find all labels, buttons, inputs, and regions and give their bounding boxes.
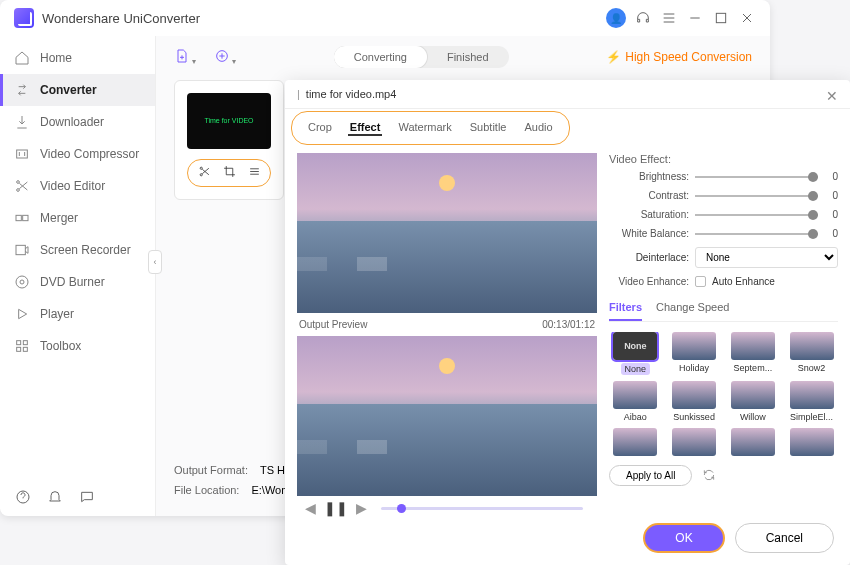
effects-panel: Video Effect: Brightness:0 Contrast:0 Sa… (607, 153, 838, 520)
crop-icon[interactable] (223, 165, 236, 181)
filter-simpleel[interactable]: SimpleEl... (785, 381, 838, 422)
maximize-icon[interactable] (712, 9, 730, 27)
filter-snow2[interactable]: Snow2 (785, 332, 838, 375)
svg-point-2 (17, 181, 20, 184)
filter-sunkissed[interactable]: Sunkissed (668, 381, 721, 422)
filter-item[interactable] (727, 428, 780, 459)
tab-change-speed[interactable]: Change Speed (656, 295, 729, 321)
svg-point-16 (200, 174, 202, 176)
pause-icon[interactable]: ❚❚ (324, 500, 348, 516)
filter-item[interactable] (668, 428, 721, 459)
svg-rect-10 (23, 341, 27, 345)
hamburger-menu-icon[interactable] (660, 9, 678, 27)
bell-icon[interactable] (46, 488, 64, 506)
add-folder-button[interactable]: ▾ (214, 48, 236, 67)
filter-willow[interactable]: Willow (727, 381, 780, 422)
tab-subtitle[interactable]: Subtitle (468, 120, 509, 136)
minimize-icon[interactable] (686, 9, 704, 27)
add-file-button[interactable]: ▾ (174, 48, 196, 67)
sidebar-item-downloader[interactable]: Downloader (0, 106, 155, 138)
sidebar-item-player[interactable]: Player (0, 298, 155, 330)
tab-filters[interactable]: Filters (609, 295, 642, 321)
next-frame-icon[interactable]: ▶ (356, 500, 367, 516)
svg-point-7 (16, 276, 28, 288)
tab-watermark[interactable]: Watermark (396, 120, 453, 136)
user-avatar-icon[interactable]: 👤 (606, 8, 626, 28)
svg-rect-1 (17, 150, 28, 158)
whitebalance-slider[interactable] (695, 233, 818, 235)
video-thumbnail: Time for VIDEO (187, 93, 271, 149)
disc-icon (14, 274, 30, 290)
grid-icon (14, 338, 30, 354)
dialog-close-icon[interactable]: ✕ (826, 88, 838, 104)
titlebar: Wondershare UniConverter 👤 (0, 0, 770, 36)
tab-effect[interactable]: Effect (348, 120, 383, 136)
saturation-slider[interactable] (695, 214, 818, 216)
chat-icon[interactable] (78, 488, 96, 506)
merger-icon (14, 210, 30, 226)
sidebar-item-converter[interactable]: Converter (0, 74, 155, 106)
file-location-label: File Location: (174, 484, 239, 496)
tab-audio[interactable]: Audio (522, 120, 554, 136)
sidebar-item-compressor[interactable]: Video Compressor (0, 138, 155, 170)
svg-rect-0 (716, 13, 725, 22)
sidebar-item-toolbox[interactable]: Toolbox (0, 330, 155, 362)
sidebar-item-home[interactable]: Home (0, 42, 155, 74)
effect-editor-dialog: ✕ | time for video.mp4 Crop Effect Water… (285, 80, 850, 565)
output-format-label: Output Format: (174, 464, 248, 476)
refresh-icon[interactable] (702, 468, 716, 484)
filter-grid: NoneNone Holiday Septem... Snow2 Aibao S… (609, 332, 838, 459)
headset-icon[interactable] (634, 9, 652, 27)
sidebar-item-merger[interactable]: Merger (0, 202, 155, 234)
prev-frame-icon[interactable]: ◀ (305, 500, 316, 516)
chevron-down-icon: ▾ (232, 57, 236, 66)
editor-tabs: Crop Effect Watermark Subtitle Audio (291, 111, 570, 145)
sidebar-item-recorder[interactable]: Screen Recorder (0, 234, 155, 266)
tab-crop[interactable]: Crop (306, 120, 334, 136)
progress-bar[interactable] (381, 507, 583, 510)
svg-rect-4 (16, 215, 21, 220)
sidebar-item-dvd[interactable]: DVD Burner (0, 266, 155, 298)
converter-icon (14, 82, 30, 98)
more-icon[interactable] (248, 165, 261, 181)
tab-converting[interactable]: Converting (334, 46, 427, 68)
contrast-slider[interactable] (695, 195, 818, 197)
preview-time: 00:13/01:12 (542, 319, 595, 330)
scissors-icon (14, 178, 30, 194)
svg-point-15 (200, 167, 202, 169)
trim-icon[interactable] (198, 165, 211, 181)
home-icon (14, 50, 30, 66)
help-icon[interactable] (14, 488, 32, 506)
cancel-button[interactable]: Cancel (735, 523, 834, 553)
filter-item[interactable] (609, 428, 662, 459)
editor-filename: time for video.mp4 (306, 88, 396, 100)
video-card[interactable]: Time for VIDEO (174, 80, 284, 200)
preview-label: Output Preview (299, 319, 367, 330)
close-icon[interactable] (738, 9, 756, 27)
app-title: Wondershare UniConverter (42, 11, 200, 26)
filter-tabs: Filters Change Speed (609, 295, 838, 322)
sidebar-item-editor[interactable]: Video Editor (0, 170, 155, 202)
high-speed-toggle[interactable]: ⚡High Speed Conversion (606, 50, 752, 64)
compressor-icon (14, 146, 30, 162)
brightness-slider[interactable] (695, 176, 818, 178)
filter-aibao[interactable]: Aibao (609, 381, 662, 422)
playback-controls: ◀ ❚❚ ▶ (297, 496, 597, 520)
recorder-icon (14, 242, 30, 258)
filter-holiday[interactable]: Holiday (668, 332, 721, 375)
ok-button[interactable]: OK (643, 523, 724, 553)
auto-enhance-checkbox[interactable] (695, 276, 706, 287)
apply-to-all-button[interactable]: Apply to All (609, 465, 692, 486)
collapse-sidebar-button[interactable]: ‹ (148, 250, 162, 274)
sidebar: Home Converter Downloader Video Compress… (0, 36, 155, 516)
filter-none[interactable]: NoneNone (609, 332, 662, 375)
toolbar: ▾ ▾ Converting Finished ⚡High Speed Conv… (174, 46, 752, 68)
filter-item[interactable] (785, 428, 838, 459)
bolt-icon: ⚡ (606, 50, 621, 64)
deinterlace-select[interactable]: None (695, 247, 838, 268)
svg-point-8 (20, 280, 24, 284)
download-icon (14, 114, 30, 130)
chevron-down-icon: ▾ (192, 57, 196, 66)
tab-finished[interactable]: Finished (427, 46, 509, 68)
filter-september[interactable]: Septem... (727, 332, 780, 375)
